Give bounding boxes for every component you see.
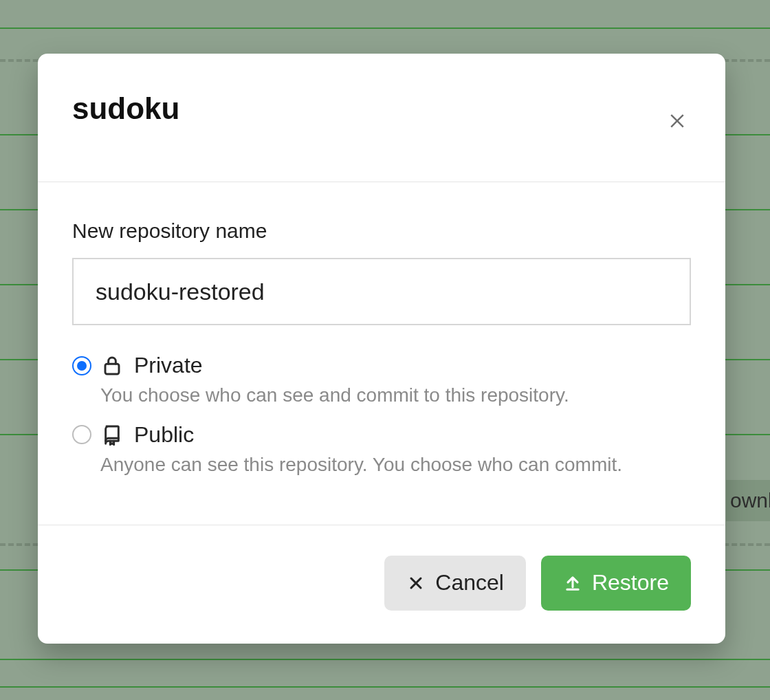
- modal-footer: Cancel Restore: [38, 525, 725, 644]
- modal-header: sudoku: [38, 54, 725, 182]
- visibility-option-private[interactable]: Private: [72, 353, 691, 378]
- restore-button-label: Restore: [592, 570, 669, 595]
- cancel-button-label: Cancel: [435, 570, 504, 595]
- bg-row-line: [0, 659, 770, 660]
- bg-download-fragment: ownl: [726, 480, 770, 521]
- modal-title: sudoku: [72, 92, 179, 125]
- close-button[interactable]: [663, 106, 691, 133]
- modal-body: New repository name Private You choose w…: [38, 182, 725, 525]
- visibility-desc-public: Anyone can see this repository. You choo…: [100, 452, 691, 478]
- repo-name-input[interactable]: [72, 258, 691, 325]
- close-icon: [667, 109, 688, 130]
- upload-icon: [563, 573, 582, 593]
- restore-repo-modal: sudoku New repository name Private You c…: [38, 54, 725, 644]
- visibility-radio-group: Private You choose who can see and commi…: [72, 353, 691, 478]
- repo-icon: [101, 424, 124, 446]
- x-icon: [406, 573, 426, 593]
- bg-chip-text: ownl: [730, 489, 770, 512]
- cancel-button[interactable]: Cancel: [384, 556, 526, 611]
- bg-row-line: [0, 28, 770, 29]
- bg-row-line: [0, 686, 770, 688]
- svg-rect-0: [105, 364, 119, 374]
- repo-name-label: New repository name: [72, 219, 691, 243]
- visibility-label-private: Private: [134, 353, 203, 378]
- visibility-desc-private: You choose who can see and commit to thi…: [100, 382, 691, 408]
- visibility-option-public[interactable]: Public: [72, 422, 691, 448]
- radio-indicator: [72, 356, 91, 375]
- visibility-label-public: Public: [134, 422, 194, 448]
- lock-icon: [101, 355, 124, 377]
- radio-indicator: [72, 425, 91, 444]
- restore-button[interactable]: Restore: [541, 556, 691, 611]
